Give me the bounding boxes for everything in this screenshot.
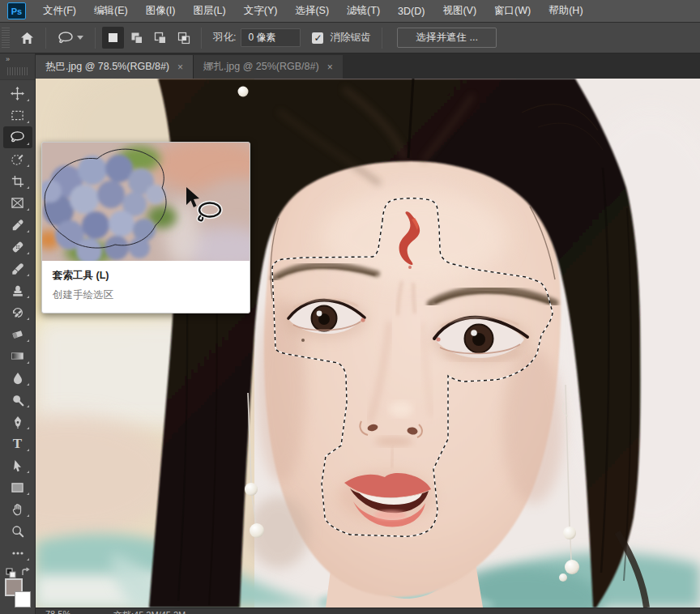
eyedropper-tool[interactable] [3,214,32,236]
tool-tooltip: 套索工具 (L) 创建手绘选区 [41,142,250,313]
swap-colors-icon[interactable] [3,567,32,578]
dodge-tool[interactable] [3,389,32,411]
flyout-indicator [27,514,29,517]
separator [382,28,382,49]
eraser-tool[interactable] [3,323,32,345]
brush-icon [11,262,24,275]
tooltip-title: 套索工具 (L) [53,269,239,283]
clone-stamp-tool[interactable] [3,279,32,301]
new-selection-icon [107,32,119,44]
quick-selection-tool[interactable] [3,148,32,170]
edit-toolbar-button[interactable] [3,542,32,564]
zoom-tool[interactable] [3,520,32,542]
flyout-indicator [27,492,29,495]
flyout-indicator [27,143,29,145]
hair-ornament-pearl [238,87,249,97]
subtract-from-selection-button[interactable] [149,27,171,49]
lasso-icon [58,31,74,45]
type-icon: T [13,436,22,452]
hand-icon [11,503,24,516]
quick-selection-icon [11,152,24,166]
flyout-indicator [27,471,29,473]
flyout-indicator [27,318,29,320]
menu-image[interactable]: 图像(I) [137,0,185,23]
background-color-swatch[interactable] [15,591,31,608]
menu-edit[interactable]: 编辑(E) [85,0,137,23]
flyout-indicator [27,383,29,386]
intersect-selection-icon [177,32,190,45]
tab-label: 娜扎.jpg @ 25%(RGB/8#) [203,60,319,74]
flyout-indicator [27,558,29,561]
flyout-indicator [27,405,29,407]
flyout-indicator [27,121,29,123]
menu-bar: Ps 文件(F) 编辑(E) 图像(I) 图层(L) 文字(Y) 选择(S) 滤… [0,0,700,23]
separator [95,28,96,49]
document-tab-bar: 热巴.jpg @ 78.5%(RGB/8#) × 娜扎.jpg @ 25%(RG… [36,53,700,79]
photoshop-logo[interactable]: Ps [7,2,26,19]
flyout-indicator [27,230,29,232]
clone-stamp-icon [11,284,24,297]
spot-healing-brush-tool[interactable] [3,236,32,258]
menu-help[interactable]: 帮助(H) [540,0,591,23]
menu-3d[interactable]: 3D(D) [389,0,433,23]
close-icon[interactable]: × [327,62,333,73]
marquee-icon [11,109,24,122]
flyout-indicator [27,208,29,211]
history-brush-icon [11,306,24,319]
zoom-icon [11,525,24,538]
new-selection-button[interactable] [102,27,124,49]
status-document-size: 文档:45.2M/45.2M [113,609,186,614]
menu-window[interactable]: 窗口(W) [485,0,540,23]
rectangular-marquee-tool[interactable] [3,104,32,126]
move-icon [11,87,24,100]
flyout-indicator [27,186,29,189]
select-and-mask-button[interactable]: 选择并遮住 ... [397,28,496,48]
pen-tool[interactable] [3,411,32,433]
rectangle-icon [11,482,24,493]
type-tool[interactable]: T [3,433,32,454]
current-tool-dropdown[interactable] [53,31,88,45]
separator [201,28,202,49]
menu-type[interactable]: 文字(Y) [235,0,287,23]
tab-reba[interactable]: 热巴.jpg @ 78.5%(RGB/8#) × [36,55,193,79]
rectangle-tool[interactable] [3,476,32,498]
add-to-selection-button[interactable] [126,27,147,49]
path-selection-tool[interactable] [3,454,32,476]
move-tool[interactable] [3,83,32,104]
feather-input[interactable]: 0 像素 [241,28,301,47]
crop-tool[interactable] [3,170,32,192]
feather-label: 羽化: [213,31,236,45]
blur-icon [12,372,23,385]
menu-file[interactable]: 文件(F) [34,0,85,23]
collapse-chevrons-icon[interactable]: » [6,55,11,63]
toolbar-grip[interactable] [7,67,28,75]
intersect-selection-button[interactable] [173,27,194,49]
gradient-tool[interactable] [3,345,32,367]
menu-filter[interactable]: 滤镜(T) [338,0,389,23]
frame-tool[interactable] [3,192,32,214]
options-grip[interactable] [2,28,10,49]
brush-tool[interactable] [3,258,32,279]
history-brush-tool[interactable] [3,301,32,323]
flyout-indicator [27,252,29,254]
antialias-checkbox[interactable]: ✓ [312,32,323,44]
blur-tool[interactable] [3,367,32,389]
selection-mode-buttons [102,27,194,49]
home-button[interactable] [15,27,39,49]
toolbar: T [0,80,35,614]
gradient-icon [11,351,24,361]
close-icon[interactable]: × [177,62,183,73]
menu-view[interactable]: 视图(V) [433,0,485,23]
lasso-tool[interactable] [3,126,32,148]
status-bar: 78.5% 文档:45.2M/45.2M [36,608,700,614]
menu-select[interactable]: 选择(S) [286,0,338,23]
flyout-indicator [27,361,29,364]
menu-layer[interactable]: 图层(L) [184,0,234,23]
chevron-down-icon [77,36,83,40]
tab-nazha[interactable]: 娜扎.jpg @ 25%(RGB/8#) × [193,55,343,79]
crop-icon [11,175,24,188]
status-zoom-level[interactable]: 78.5% [45,609,70,614]
flyout-indicator [27,164,29,167]
dodge-icon [11,394,24,407]
hand-tool[interactable] [3,498,32,520]
